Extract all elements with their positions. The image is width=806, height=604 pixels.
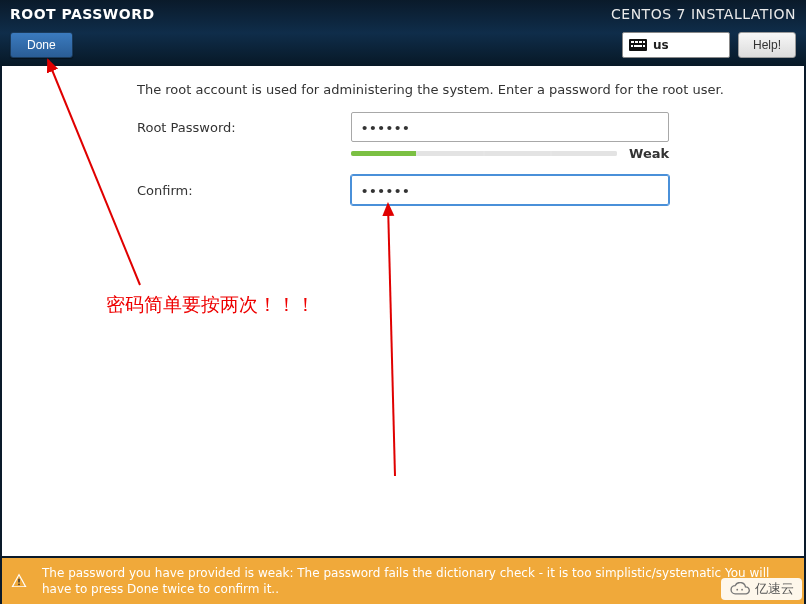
strength-segment-4 [552, 151, 617, 156]
right-controls: us Help! [622, 32, 796, 58]
confirm-password-input[interactable] [351, 175, 669, 205]
warning-icon [10, 572, 28, 590]
keyboard-icon [629, 39, 647, 51]
strength-segment-1 [351, 151, 416, 156]
watermark-text: 亿速云 [755, 580, 794, 598]
warning-text: The password you have provided is weak: … [42, 565, 792, 597]
page-title: ROOT PASSWORD [10, 6, 155, 22]
svg-point-5 [736, 589, 738, 591]
root-password-row: Root Password: [137, 112, 669, 142]
svg-rect-3 [18, 579, 20, 583]
done-button[interactable]: Done [10, 32, 73, 58]
help-button[interactable]: Help! [738, 32, 796, 58]
root-password-label: Root Password: [137, 120, 351, 135]
confirm-password-label: Confirm: [137, 183, 351, 198]
warning-footer: The password you have provided is weak: … [0, 556, 806, 604]
password-strength-row: Weak [351, 146, 669, 161]
main-content: The root account is used for administeri… [0, 66, 806, 556]
keyboard-layout-label: us [653, 38, 669, 52]
strength-segment-2 [418, 151, 483, 156]
instruction-text: The root account is used for administeri… [137, 82, 724, 97]
keyboard-layout-selector[interactable]: us [622, 32, 730, 58]
svg-point-6 [741, 589, 743, 591]
svg-rect-4 [18, 584, 20, 586]
header-bar: ROOT PASSWORD CENTOS 7 INSTALLATION Done… [0, 0, 806, 66]
password-strength-bar [351, 151, 617, 156]
root-password-input[interactable] [351, 112, 669, 142]
cloud-icon [729, 582, 751, 596]
strength-segment-3 [485, 151, 550, 156]
watermark: 亿速云 [721, 578, 802, 600]
control-row: Done us Help! [10, 32, 796, 58]
confirm-password-row: Confirm: [137, 175, 669, 205]
installer-title: CENTOS 7 INSTALLATION [611, 6, 796, 22]
title-row: ROOT PASSWORD CENTOS 7 INSTALLATION [10, 6, 796, 28]
password-strength-label: Weak [629, 146, 669, 161]
